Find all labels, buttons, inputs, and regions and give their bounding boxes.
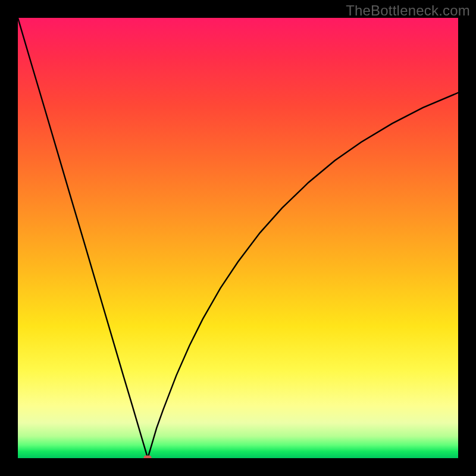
- curve-layer: [18, 18, 458, 458]
- bottleneck-curve: [18, 18, 458, 458]
- plot-area: [18, 18, 458, 458]
- optimum-marker: [144, 456, 152, 459]
- chart-container: TheBottleneck.com: [0, 0, 476, 476]
- watermark-text: TheBottleneck.com: [346, 2, 470, 19]
